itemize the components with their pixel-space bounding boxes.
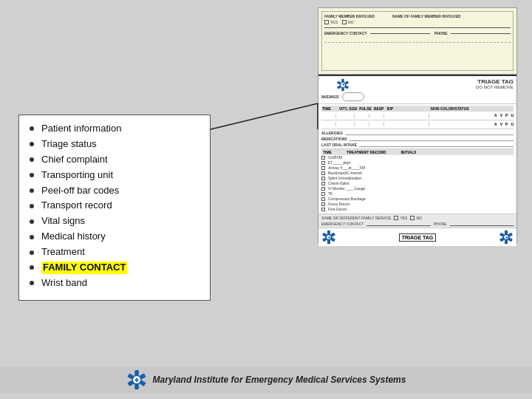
fine-decon-checkbox[interactable]: [321, 208, 325, 211]
treatment-record-col: TREATMENT RECORD: [347, 150, 386, 154]
et-label: ET_____dept: [328, 160, 350, 165]
bottom-logo-left-icon: ✚: [321, 230, 336, 245]
bullet-item-triage-status: Triage status: [30, 138, 200, 151]
bottom-section: SAME OR DIFFERENT FAMILY SERVICE YES NO …: [318, 214, 516, 228]
last-oral-label: LAST ORAL INTAKE: [321, 143, 357, 147]
bullet-dot: [30, 265, 34, 270]
avpu-v2: V: [500, 122, 502, 126]
avpu-a: A: [494, 113, 497, 117]
footer-logo: ✚: [126, 369, 147, 390]
splint-checkbox[interactable]: [321, 177, 325, 180]
bullet-item-peel-off: Peel-off bar codes: [30, 185, 200, 197]
airway-label: Airway #___at____FM: [328, 166, 365, 170]
bullet-item-medical-history: Medical history: [30, 231, 200, 243]
treatment-item-backboard: Backboard/C-Immob: [321, 171, 514, 175]
treatment-time-col: TIME: [323, 150, 332, 154]
bullet-dot: [30, 142, 34, 146]
bullet-dot: [30, 157, 34, 162]
bullet-panel: Patient information Triage status Chief …: [18, 115, 211, 301]
no-label: NO: [348, 20, 354, 24]
yes-family-label: YES: [400, 216, 407, 220]
bottom-logo-right-icon: ✚: [499, 230, 514, 245]
bullet-dot: [30, 281, 34, 285]
no-family-checkbox[interactable]: [410, 216, 415, 220]
same-different-label: SAME OR DIFFERENT FAMILY SERVICE: [321, 216, 391, 220]
bullet-dot: [30, 126, 34, 131]
bullet-item-patient-information: Patient information: [30, 123, 200, 135]
bullet-text-chief-complaint: Chief complaint: [41, 154, 108, 166]
footer-text: Maryland Institute for Emergency Medical…: [153, 375, 406, 385]
triage-tag-title: TRIAGE TAG: [476, 78, 514, 85]
family-contact-row: SAME OR DIFFERENT FAMILY SERVICE YES NO: [321, 216, 514, 220]
treatment-item-iv: IV Monitor: ___ Gauge: [321, 186, 514, 191]
bullet-text-peel-off: Peel-off bar codes: [41, 185, 119, 197]
emergency-contact-bottom: EMERGENCY CONTACT: [321, 222, 364, 226]
treatment-item-o2: O2/BVM: [321, 155, 514, 160]
footer-star-icon: ✚: [126, 369, 147, 390]
bullet-dot: [30, 173, 34, 177]
et-checkbox[interactable]: [321, 161, 325, 165]
bullet-item-treatment: Treatment: [30, 246, 200, 259]
gross-decon-checkbox[interactable]: [321, 202, 325, 206]
phone-label: PHONE: [434, 31, 448, 35]
treatment-item-airway: Airway #___at____FM: [321, 166, 514, 170]
triage-logo-area: ✚ M/EMSS: [321, 78, 364, 101]
avpu-u: U: [511, 113, 514, 117]
compression-checkbox[interactable]: [321, 197, 325, 201]
svg-line-0: [211, 103, 318, 129]
triage-document: FAMILY MEMBER INVOLVED NAME OF FAMILY ME…: [318, 7, 517, 244]
splint-label: Splint Immobilization: [328, 176, 362, 180]
phone-bottom: PHONE: [434, 222, 447, 226]
resp-header: RESP: [374, 106, 385, 111]
avpu-u2: U: [511, 122, 514, 126]
tk-checkbox[interactable]: [321, 192, 325, 196]
vitals-header: VIT'L SGN: [339, 106, 357, 111]
triage-body: TIME VIT'L SGN PULSE RESP B/P SKIN COLOR…: [318, 104, 516, 214]
treatment-item-fine-decon: Fine Decon: [321, 207, 514, 211]
triage-header: ✚ M/EMSS TRIAGE TAG DO NOT REMOVE: [318, 76, 516, 104]
bullet-dot: [30, 219, 34, 224]
avpu-v: V: [500, 113, 502, 117]
mnemss-oval: [342, 92, 364, 101]
compression-label: Compression Bandage: [328, 197, 366, 201]
allergies-label: ALLERGIES: [321, 131, 344, 135]
gross-decon-label: Gross Decon: [328, 202, 349, 206]
triage-title: TRIAGE TAG DO NOT REMOVE: [476, 78, 514, 89]
bullet-text-transporting-unit: Transporting unit: [41, 169, 113, 182]
no-family-label: NO: [416, 216, 422, 220]
yes-checkbox[interactable]: [324, 20, 329, 24]
bullet-text-patient-information: Patient information: [41, 123, 121, 135]
o2-checkbox[interactable]: [321, 156, 325, 160]
pulse-header: PULSE: [359, 106, 372, 111]
triage-tag-bottom-label: TRIAGE TAG: [399, 233, 437, 242]
airway-checkbox[interactable]: [321, 166, 325, 170]
bp-header: B/P: [387, 106, 429, 111]
bullet-dot: [30, 188, 34, 193]
bullet-item-transporting-unit: Transporting unit: [30, 169, 200, 182]
bullet-item-wrist-band: Wrist band: [30, 277, 200, 290]
chemi-label: Chemi-Splint: [328, 181, 349, 185]
chemi-checkbox[interactable]: [321, 182, 325, 185]
medications-label: MEDICATIONS: [321, 137, 347, 141]
yes-family-checkbox[interactable]: [394, 216, 398, 220]
svg-text:✚: ✚: [134, 377, 139, 383]
treatment-section: TIME TREATMENT RECORD INITIALS O2/BVM ET…: [321, 149, 514, 211]
yes-label: YES: [330, 20, 338, 24]
bullet-text-treatment: Treatment: [41, 246, 85, 259]
backboard-checkbox[interactable]: [321, 171, 325, 175]
iv-checkbox[interactable]: [321, 187, 325, 191]
time-header: TIME: [322, 106, 337, 111]
no-checkbox[interactable]: [342, 20, 347, 24]
iv-label: IV Monitor: ___ Gauge: [328, 186, 365, 191]
treatment-item-chemi: Chemi-Splint: [321, 181, 514, 185]
triage-main-card: ✚ M/EMSS TRIAGE TAG DO NOT REMOVE TIME V…: [318, 75, 516, 246]
bullet-text-vital-signs: Vital signs: [41, 215, 85, 228]
treatment-item-compression: Compression Bandage: [321, 197, 514, 201]
family-card-top: FAMILY MEMBER INVOLVED NAME OF FAMILY ME…: [318, 8, 516, 75]
fine-decon-label: Fine Decon: [328, 207, 347, 211]
treatment-item-et: ET_____dept: [321, 160, 514, 165]
bullet-text-family-contact: FAMILY CONTACT: [41, 262, 127, 274]
skin-color-header: SKIN COLOR/STATUS: [431, 106, 513, 111]
treatment-item-gross-decon: Gross Decon: [321, 202, 514, 206]
treatment-item-splint: Splint Immobilization: [321, 176, 514, 180]
